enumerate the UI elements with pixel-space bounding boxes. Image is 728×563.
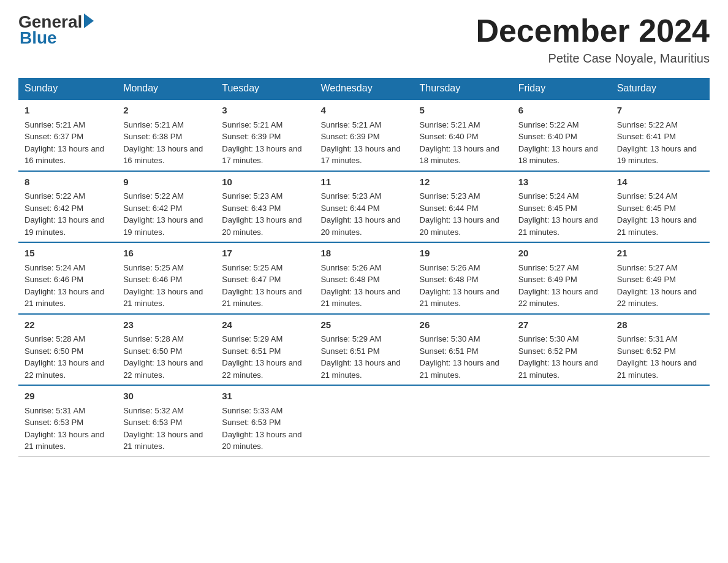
calendar-cell: 6 Sunrise: 5:22 AM Sunset: 6:40 PM Dayli… [512, 99, 611, 171]
col-header-monday: Monday [117, 78, 216, 99]
daylight-text: Daylight: 13 hours and 22 minutes. [222, 358, 301, 380]
calendar-cell: 9 Sunrise: 5:22 AM Sunset: 6:42 PM Dayli… [117, 171, 216, 243]
daylight-text: Daylight: 13 hours and 17 minutes. [222, 144, 301, 166]
col-header-thursday: Thursday [414, 78, 512, 99]
daylight-text: Daylight: 13 hours and 21 minutes. [123, 287, 203, 308]
title-section: December 2024 Petite Case Noyale, Maurit… [476, 12, 710, 66]
sunrise-text: Sunrise: 5:24 AM [617, 191, 678, 201]
sunset-text: Sunset: 6:50 PM [123, 347, 182, 356]
sunrise-text: Sunrise: 5:31 AM [25, 406, 85, 415]
daylight-text: Daylight: 13 hours and 21 minutes. [617, 215, 697, 237]
sunset-text: Sunset: 6:45 PM [617, 204, 676, 213]
day-number: 4 [320, 104, 407, 118]
day-number: 10 [222, 175, 308, 190]
sunrise-text: Sunrise: 5:22 AM [518, 120, 579, 129]
sunrise-text: Sunrise: 5:23 AM [420, 191, 480, 201]
daylight-text: Daylight: 13 hours and 21 minutes. [123, 430, 203, 451]
calendar-cell: 8 Sunrise: 5:22 AM Sunset: 6:42 PM Dayli… [18, 171, 117, 243]
day-number: 16 [123, 247, 210, 261]
calendar-cell: 26 Sunrise: 5:30 AM Sunset: 6:51 PM Dayl… [414, 314, 512, 386]
sunset-text: Sunset: 6:38 PM [123, 132, 182, 141]
sunset-text: Sunset: 6:47 PM [222, 275, 281, 284]
sunrise-text: Sunrise: 5:31 AM [617, 334, 678, 343]
daylight-text: Daylight: 13 hours and 20 minutes. [420, 215, 499, 237]
sunrise-text: Sunrise: 5:30 AM [518, 334, 579, 343]
daylight-text: Daylight: 13 hours and 21 minutes. [320, 358, 400, 380]
sunrise-text: Sunrise: 5:24 AM [25, 263, 85, 272]
calendar-cell: 3 Sunrise: 5:21 AM Sunset: 6:39 PM Dayli… [216, 99, 314, 171]
col-header-saturday: Saturday [611, 78, 710, 99]
daylight-text: Daylight: 13 hours and 18 minutes. [518, 144, 598, 166]
sunrise-text: Sunrise: 5:21 AM [25, 120, 85, 129]
sunset-text: Sunset: 6:42 PM [25, 204, 83, 213]
sunset-text: Sunset: 6:52 PM [617, 347, 676, 356]
daylight-text: Daylight: 13 hours and 21 minutes. [617, 358, 697, 380]
day-number: 3 [222, 104, 308, 118]
calendar-week-row: 22 Sunrise: 5:28 AM Sunset: 6:50 PM Dayl… [18, 314, 710, 386]
calendar-cell: 5 Sunrise: 5:21 AM Sunset: 6:40 PM Dayli… [414, 99, 512, 171]
daylight-text: Daylight: 13 hours and 21 minutes. [518, 215, 598, 237]
day-number: 2 [123, 104, 210, 118]
col-header-tuesday: Tuesday [216, 78, 314, 99]
sunset-text: Sunset: 6:46 PM [25, 275, 83, 284]
daylight-text: Daylight: 13 hours and 21 minutes. [25, 430, 104, 451]
calendar-cell: 20 Sunrise: 5:27 AM Sunset: 6:49 PM Dayl… [512, 242, 611, 314]
sunset-text: Sunset: 6:48 PM [420, 275, 479, 284]
sunrise-text: Sunrise: 5:29 AM [320, 334, 381, 343]
calendar-cell: 28 Sunrise: 5:31 AM Sunset: 6:52 PM Dayl… [611, 314, 710, 386]
daylight-text: Daylight: 13 hours and 16 minutes. [123, 144, 203, 166]
calendar-cell: 4 Sunrise: 5:21 AM Sunset: 6:39 PM Dayli… [314, 99, 413, 171]
sunrise-text: Sunrise: 5:25 AM [222, 263, 282, 272]
day-number: 28 [617, 318, 703, 332]
logo-blue-text: Blue [20, 28, 57, 48]
sunset-text: Sunset: 6:40 PM [518, 132, 577, 141]
sunset-text: Sunset: 6:48 PM [320, 275, 379, 284]
daylight-text: Daylight: 13 hours and 22 minutes. [617, 287, 697, 308]
sunrise-text: Sunrise: 5:21 AM [123, 120, 184, 129]
sunrise-text: Sunrise: 5:23 AM [320, 191, 381, 201]
sunrise-text: Sunrise: 5:28 AM [123, 334, 184, 343]
daylight-text: Daylight: 13 hours and 21 minutes. [25, 287, 104, 308]
calendar-cell: 12 Sunrise: 5:23 AM Sunset: 6:44 PM Dayl… [414, 171, 512, 243]
sunrise-text: Sunrise: 5:26 AM [320, 263, 381, 272]
location-label: Petite Case Noyale, Mauritius [476, 52, 710, 66]
calendar-cell: 15 Sunrise: 5:24 AM Sunset: 6:46 PM Dayl… [18, 242, 117, 314]
calendar-week-row: 8 Sunrise: 5:22 AM Sunset: 6:42 PM Dayli… [18, 171, 710, 243]
sunrise-text: Sunrise: 5:22 AM [25, 191, 85, 201]
sunrise-text: Sunrise: 5:21 AM [420, 120, 480, 129]
calendar-cell [314, 385, 413, 456]
calendar-cell: 23 Sunrise: 5:28 AM Sunset: 6:50 PM Dayl… [117, 314, 216, 386]
calendar-cell: 13 Sunrise: 5:24 AM Sunset: 6:45 PM Dayl… [512, 171, 611, 243]
day-number: 29 [25, 389, 111, 404]
calendar-cell: 21 Sunrise: 5:27 AM Sunset: 6:49 PM Dayl… [611, 242, 710, 314]
calendar-cell: 10 Sunrise: 5:23 AM Sunset: 6:43 PM Dayl… [216, 171, 314, 243]
day-number: 26 [420, 318, 506, 332]
sunset-text: Sunset: 6:51 PM [420, 347, 479, 356]
daylight-text: Daylight: 13 hours and 21 minutes. [420, 358, 499, 380]
calendar-cell: 19 Sunrise: 5:26 AM Sunset: 6:48 PM Dayl… [414, 242, 512, 314]
calendar-cell: 17 Sunrise: 5:25 AM Sunset: 6:47 PM Dayl… [216, 242, 314, 314]
sunset-text: Sunset: 6:51 PM [320, 347, 379, 356]
calendar-cell: 14 Sunrise: 5:24 AM Sunset: 6:45 PM Dayl… [611, 171, 710, 243]
day-number: 22 [25, 318, 111, 332]
day-number: 9 [123, 175, 210, 190]
sunrise-text: Sunrise: 5:25 AM [123, 263, 184, 272]
sunrise-text: Sunrise: 5:23 AM [222, 191, 282, 201]
day-number: 25 [320, 318, 407, 332]
day-number: 30 [123, 389, 210, 404]
col-header-friday: Friday [512, 78, 611, 99]
calendar-cell: 18 Sunrise: 5:26 AM Sunset: 6:48 PM Dayl… [314, 242, 413, 314]
day-number: 15 [25, 247, 111, 261]
daylight-text: Daylight: 13 hours and 22 minutes. [518, 287, 598, 308]
day-number: 8 [25, 175, 111, 190]
sunrise-text: Sunrise: 5:30 AM [420, 334, 480, 343]
calendar-week-row: 29 Sunrise: 5:31 AM Sunset: 6:53 PM Dayl… [18, 385, 710, 456]
col-header-wednesday: Wednesday [314, 78, 413, 99]
sunset-text: Sunset: 6:49 PM [518, 275, 577, 284]
day-number: 14 [617, 175, 703, 190]
calendar-cell [512, 385, 611, 456]
daylight-text: Daylight: 13 hours and 22 minutes. [25, 358, 104, 380]
sunrise-text: Sunrise: 5:28 AM [25, 334, 85, 343]
calendar-week-row: 15 Sunrise: 5:24 AM Sunset: 6:46 PM Dayl… [18, 242, 710, 314]
daylight-text: Daylight: 13 hours and 21 minutes. [320, 287, 400, 308]
